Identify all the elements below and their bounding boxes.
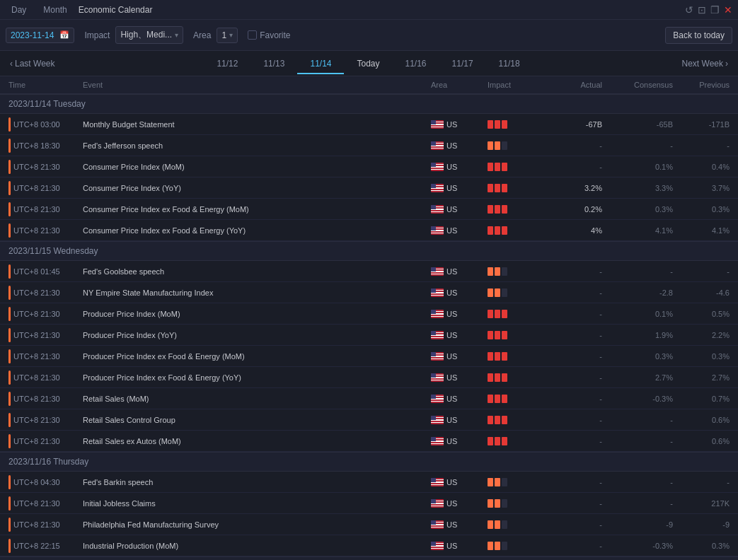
table-row[interactable]: UTC+8 21:30Initial Jobless Claims US--21… — [0, 493, 738, 514]
date-value: 2023-11-14 — [11, 30, 54, 40]
maximize-icon[interactable]: ❐ — [710, 4, 720, 16]
table-row[interactable]: UTC+8 21:30Philadelphia Fed Manufacturin… — [0, 514, 738, 535]
refresh-icon[interactable]: ↺ — [685, 4, 693, 16]
cell-impact — [485, 496, 548, 511]
cell-consensus: 1.9% — [605, 328, 676, 342]
cell-impact — [485, 518, 548, 532]
favorite-label: Favorite — [260, 30, 290, 40]
cell-time: UTC+8 21:30 — [6, 199, 80, 219]
impact-select[interactable]: High、Medi... ▾ — [115, 26, 183, 44]
cell-area: US — [428, 475, 485, 489]
next-week-button[interactable]: Next Week › — [678, 56, 732, 71]
cell-event: Consumer Price Index ex Food & Energy (Y… — [80, 223, 428, 238]
minimize-icon[interactable]: ⊡ — [698, 4, 706, 16]
table-row[interactable]: UTC+8 21:30NY Empire State Manufacturing… — [0, 282, 738, 303]
cell-previous: - — [676, 139, 732, 153]
cell-event: Producer Price Index (MoM) — [80, 307, 428, 321]
cell-previous: 2.7% — [676, 371, 732, 385]
cell-area: US — [428, 117, 485, 132]
col-previous: Previous — [676, 76, 732, 93]
cell-consensus: -0.3% — [605, 392, 676, 406]
cell-previous: 0.4% — [676, 160, 732, 174]
date-tab-11-17[interactable]: 11/17 — [439, 53, 486, 74]
cell-consensus: - — [605, 475, 676, 489]
table-body: 2023/11/14 TuesdayUTC+8 03:00Monthly Bud… — [0, 94, 738, 560]
date-tab-11-13[interactable]: 11/13 — [250, 53, 297, 74]
table-row[interactable]: UTC+8 21:30Consumer Price Index (YoY) US… — [0, 177, 738, 199]
cell-time: UTC+8 21:30 — [6, 283, 80, 303]
cell-actual: - — [548, 475, 605, 489]
cell-impact — [485, 392, 548, 406]
cell-consensus: 3.3% — [605, 181, 676, 195]
table-row[interactable]: UTC+8 22:15Industrial Production (MoM) U… — [0, 535, 738, 556]
table-row[interactable]: UTC+8 21:30Consumer Price Index (MoM) US… — [0, 156, 738, 177]
cell-impact — [485, 307, 548, 321]
table-row[interactable]: UTC+8 21:30Retail Sales Control Group US… — [0, 409, 738, 431]
cell-consensus: 0.1% — [605, 160, 676, 174]
cell-impact — [485, 413, 548, 427]
table-row[interactable]: UTC+8 01:45Fed's Goolsbee speech US--- — [0, 261, 738, 282]
table-row[interactable]: UTC+8 18:30Fed's Jefferson speech US--- — [0, 135, 738, 156]
cell-event: Retail Sales (MoM) — [80, 392, 428, 406]
cell-consensus: 2.7% — [605, 371, 676, 385]
cell-consensus: 0.1% — [605, 307, 676, 321]
table-row[interactable]: UTC+8 21:30Consumer Price Index ex Food … — [0, 199, 738, 220]
tab-day[interactable]: Day — [6, 2, 32, 18]
cell-time: UTC+8 21:30 — [6, 431, 80, 451]
back-today-button[interactable]: Back to today — [665, 27, 732, 44]
table-row[interactable]: UTC+8 21:30Retail Sales ex Autos (MoM) U… — [0, 431, 738, 452]
cell-time: UTC+8 21:30 — [6, 178, 80, 198]
favorite-checkbox[interactable] — [248, 30, 257, 40]
section-header: 2023/11/17 Friday — [0, 556, 738, 560]
table-row[interactable]: UTC+8 04:30Fed's Barkin speech US--- — [0, 472, 738, 493]
cell-previous: 0.3% — [676, 349, 732, 363]
favorite-checkbox-label[interactable]: Favorite — [248, 30, 290, 40]
table-row[interactable]: UTC+8 21:30Producer Price Index (YoY) US… — [0, 325, 738, 346]
prev-week-button[interactable]: ‹ Last Week — [6, 56, 59, 71]
cell-impact — [485, 539, 548, 553]
cell-previous: -4.6 — [676, 286, 732, 300]
table-row[interactable]: UTC+8 21:30Producer Price Index (MoM) US… — [0, 303, 738, 325]
cell-time: UTC+8 21:30 — [6, 325, 80, 345]
table-row[interactable]: UTC+8 21:30Retail Sales (MoM) US--0.3%0.… — [0, 388, 738, 409]
cell-area: US — [428, 328, 485, 342]
close-icon[interactable]: ✕ — [724, 4, 732, 16]
cell-time: UTC+8 21:30 — [6, 157, 80, 177]
cell-consensus: - — [605, 139, 676, 153]
col-actual: Actual — [548, 76, 605, 93]
cell-event: Fed's Goolsbee speech — [80, 264, 428, 279]
date-tab-11-14[interactable]: 11/14 — [297, 53, 344, 74]
date-tab-Today[interactable]: Today — [344, 53, 392, 74]
cell-previous: 0.5% — [676, 307, 732, 321]
date-tab-11-18[interactable]: 11/18 — [486, 53, 533, 74]
cell-area: US — [428, 371, 485, 385]
cell-area: US — [428, 539, 485, 553]
date-tab-11-16[interactable]: 11/16 — [393, 53, 439, 74]
cell-time: UTC+8 21:30 — [6, 221, 80, 240]
cell-previous: -171B — [676, 117, 732, 132]
table-row[interactable]: UTC+8 03:00Monthly Budget Statement US-6… — [0, 114, 738, 135]
cell-actual: - — [548, 539, 605, 553]
table-row[interactable]: UTC+8 21:30Producer Price Index ex Food … — [0, 367, 738, 388]
cell-area: US — [428, 349, 485, 363]
cell-consensus: 0.3% — [605, 202, 676, 216]
tab-month[interactable]: Month — [38, 2, 72, 18]
impact-value: High、Medi... — [120, 29, 172, 41]
window-controls: ↺ ⊡ ❐ ✕ — [685, 4, 732, 16]
cell-time: UTC+8 03:00 — [6, 115, 80, 134]
col-impact: Impact — [485, 76, 548, 93]
cell-consensus: -65B — [605, 117, 676, 132]
cell-area: US — [428, 413, 485, 427]
cell-consensus: 0.3% — [605, 349, 676, 363]
cell-event: Initial Jobless Claims — [80, 496, 428, 511]
column-headers: Time Event Area Impact Actual Consensus … — [0, 76, 738, 94]
cell-time: UTC+8 21:30 — [6, 494, 80, 513]
date-input[interactable]: 2023-11-14 📅 — [6, 28, 74, 43]
table-row[interactable]: UTC+8 21:30Consumer Price Index ex Food … — [0, 220, 738, 241]
table-row[interactable]: UTC+8 21:30Producer Price Index ex Food … — [0, 346, 738, 367]
cell-area: US — [428, 139, 485, 153]
area-select[interactable]: 1 ▾ — [217, 28, 238, 43]
date-tab-11-12[interactable]: 11/12 — [204, 53, 250, 74]
title-bar: Day Month Economic Calendar ↺ ⊡ ❐ ✕ — [0, 0, 738, 20]
col-time: Time — [6, 76, 80, 93]
